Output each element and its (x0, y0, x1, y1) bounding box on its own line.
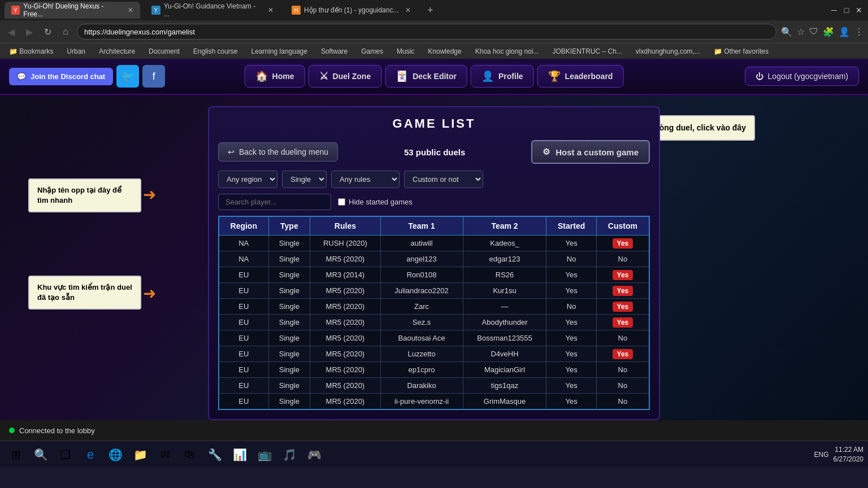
app10-taskbar[interactable]: 🎮 (303, 443, 326, 466)
table-row[interactable]: EU Single MR5 (2020) ii-pure-venomz-ii G… (219, 394, 649, 410)
bookmark-english[interactable]: English course (189, 46, 242, 56)
started-cell: Yes (546, 283, 596, 299)
table-row[interactable]: EU Single MR5 (2020) ep1cpro MagicianGir… (219, 362, 649, 378)
region-filter[interactable]: Any region NA EU AP (218, 171, 277, 188)
host-custom-game-button[interactable]: ⚙ Host a custom game (531, 140, 650, 164)
star-icon[interactable]: ☆ (797, 27, 805, 37)
chrome-taskbar[interactable]: 🌐 (104, 443, 127, 466)
menu-icon[interactable]: ⋮ (854, 27, 863, 37)
bookmark-music[interactable]: Music (392, 46, 419, 56)
bookmark-khoa[interactable]: Khoa hoc giong noi... (471, 46, 544, 56)
col-region: Region (219, 216, 268, 236)
team1-cell: ep1cpro (380, 362, 463, 378)
address-input[interactable] (77, 24, 776, 40)
task-view-button[interactable]: ❑ (54, 443, 77, 466)
forward-nav-button[interactable]: ▶ (23, 25, 36, 38)
windows-start-button[interactable]: ⊞ (5, 443, 27, 466)
maximize-button[interactable]: □ (842, 6, 851, 15)
home-label: Home (272, 72, 294, 81)
close-button[interactable]: ✕ (854, 6, 863, 15)
rules-cell: MR5 (2020) (310, 394, 380, 410)
bookmarks-bar: 📁 Bookmarks Urban Architecture Document … (0, 43, 868, 59)
new-tab-button[interactable]: + (422, 2, 438, 18)
facebook-icon: f (153, 71, 155, 82)
tab2-close[interactable]: ✕ (268, 6, 274, 14)
tab1-close[interactable]: ✕ (128, 6, 133, 14)
tab-1[interactable]: Y Yu-Gi-Oh! Dueling Nexus - Free... ✕ (5, 2, 140, 19)
table-row[interactable]: EU Single MR3 (2014) Ron0108 RS26 Yes Ye… (219, 267, 649, 283)
bookmark-software[interactable]: Software (316, 46, 352, 56)
reload-button[interactable]: ↻ (41, 25, 54, 38)
bookmark-learning[interactable]: Learning language (247, 46, 312, 56)
bookmark-other[interactable]: 📁 Other favorites (709, 46, 773, 56)
bookmark-bookmarks[interactable]: 📁 Bookmarks (5, 46, 58, 56)
minimize-button[interactable]: ─ (830, 6, 839, 15)
hide-started-label[interactable]: Hide started games (338, 198, 413, 206)
type-cell: Single (268, 362, 310, 378)
tab-3[interactable]: H Hộp thư đến (1) - ygoguidanc... ✕ (285, 2, 418, 19)
bookmark-document[interactable]: Document (144, 46, 184, 56)
team1-cell: Zarc (380, 299, 463, 315)
bookmark-urban[interactable]: Urban (62, 46, 90, 56)
deck-editor-nav-item[interactable]: 🃏 Deck Editor (385, 65, 467, 88)
tab3-title: Hộp thư đến (1) - ygoguidanc... (304, 6, 398, 14)
started-cell: No (546, 299, 596, 315)
profile-nav-item[interactable]: 👤 Profile (471, 65, 534, 88)
mail-taskbar[interactable]: ✉ (154, 443, 176, 466)
facebook-button[interactable]: f (142, 65, 165, 88)
duel-count: 53 public duels (404, 147, 465, 157)
app8-taskbar[interactable]: 📺 (253, 443, 276, 466)
bookmark-vlx[interactable]: vlxdhunghung,com,... (631, 46, 705, 56)
custom-cell: No (596, 378, 649, 394)
table-row[interactable]: EU Single MR5 (2020) Juliandraco2202 Kur… (219, 283, 649, 299)
table-row[interactable]: NA Single RUSH (2020) autiwill Kadeos_ Y… (219, 236, 649, 251)
rules-cell: MR5 (2020) (310, 346, 380, 362)
bookmark-knowledge[interactable]: Knowledge (423, 46, 466, 56)
home-nav-button[interactable]: ⌂ (59, 25, 72, 38)
table-row[interactable]: NA Single MR5 (2020) angel123 edgar123 N… (219, 251, 649, 267)
bookmark-games[interactable]: Games (357, 46, 388, 56)
table-row[interactable]: EU Single MR5 (2020) Darakiko tigs1qaz Y… (219, 378, 649, 394)
table-row[interactable]: EU Single MR5 (2020) Zarc — No Yes (219, 299, 649, 315)
discord-button[interactable]: 💬 Join the Discord chat (9, 68, 113, 85)
twitter-button[interactable]: 🐦 (116, 65, 139, 88)
bookmark-job[interactable]: JOBKIENTRUC – Ch... (548, 46, 626, 56)
logout-button[interactable]: ⏻ Logout (ygocgvietnam) (745, 67, 859, 86)
back-to-duel-menu-button[interactable]: ↩ Back to the dueling menu (218, 142, 338, 162)
rules-filter[interactable]: Any rules MR5 (2020) MR3 (2014) RUSH (20… (331, 171, 400, 188)
type-cell: Single (268, 283, 310, 299)
connection-status-text: Connected to the lobby (19, 426, 95, 435)
leaderboard-label: Leaderboard (565, 72, 613, 81)
file-explorer-taskbar[interactable]: 📁 (129, 443, 151, 466)
leaderboard-nav-item[interactable]: 🏆 Leaderboard (537, 65, 624, 88)
team2-cell: Abodythunder (463, 315, 546, 330)
panel-controls: ↩ Back to the dueling menu 53 public due… (218, 140, 650, 164)
extension-icon[interactable]: 🧩 (823, 27, 834, 37)
type-filter[interactable]: Single Match Tag (282, 171, 327, 188)
hide-started-checkbox[interactable] (338, 198, 345, 206)
back-nav-button[interactable]: ◀ (5, 25, 18, 38)
table-row[interactable]: EU Single MR5 (2020) Luzzetto D4veHH Yes… (219, 346, 649, 362)
main-content: Nhập tên opp tại đây để tìm nhanh ➜ Khu … (0, 95, 868, 468)
type-cell: Single (268, 346, 310, 362)
search-player-input[interactable] (218, 194, 331, 210)
team2-cell: edgar123 (463, 251, 546, 267)
tab3-close[interactable]: ✕ (405, 6, 411, 14)
duel-zone-nav-item[interactable]: ⚔ Duel Zone (309, 65, 382, 88)
table-row[interactable]: EU Single MR5 (2020) Baoutosai Ace Bossm… (219, 330, 649, 346)
team2-cell: RS26 (463, 267, 546, 283)
profile-browser-icon[interactable]: 👤 (839, 27, 850, 37)
edge-browser-taskbar[interactable]: e (79, 443, 102, 466)
app7-taskbar[interactable]: 📊 (228, 443, 251, 466)
custom-filter[interactable]: Custom or not Custom only Non-custom onl… (404, 171, 483, 188)
app6-taskbar[interactable]: 🔧 (203, 443, 226, 466)
started-cell: Yes (546, 236, 596, 251)
app9-taskbar[interactable]: 🎵 (278, 443, 301, 466)
search-taskbar-icon[interactable]: 🔍 (29, 443, 52, 466)
store-taskbar[interactable]: 🛍 (179, 443, 201, 466)
bookmark-architecture[interactable]: Architecture (94, 46, 140, 56)
home-nav-item[interactable]: 🏠 Home (245, 65, 305, 88)
tab-2[interactable]: Y Yu-Gi-Oh! Guidance Vietnam - ... ✕ (145, 2, 280, 19)
search-icon[interactable]: 🔍 (781, 27, 792, 37)
table-row[interactable]: EU Single MR5 (2020) Sez.s Abodythunder … (219, 315, 649, 330)
